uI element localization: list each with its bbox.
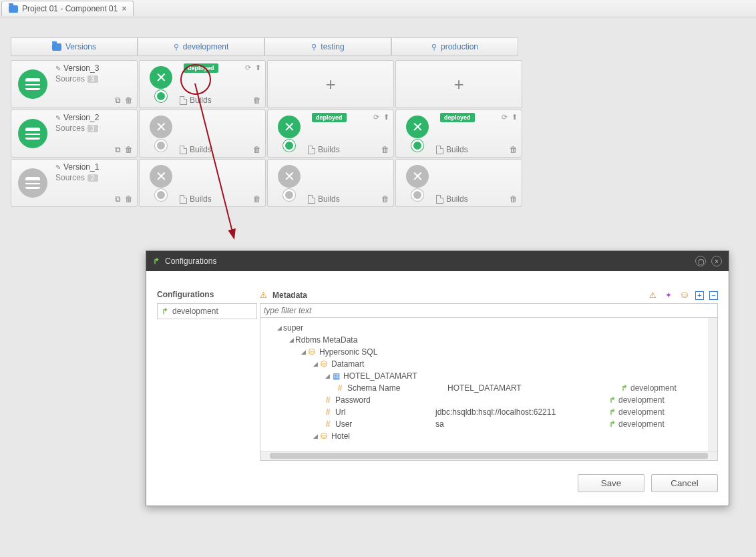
- share-icon: ⚲: [431, 43, 437, 51]
- trash-icon[interactable]: 🗑: [253, 145, 261, 154]
- dot-icon: [411, 140, 423, 152]
- restore-icon[interactable]: ▢: [695, 256, 706, 266]
- dialog-titlebar: ↱ Configurations ▢ ×: [146, 251, 729, 271]
- cancel-button[interactable]: Cancel: [651, 474, 718, 492]
- edit-icon[interactable]: ✎: [55, 65, 61, 72]
- count-badge: 3: [87, 75, 98, 83]
- refresh-icon[interactable]: ⟳: [373, 113, 379, 122]
- build-card-test-1[interactable]: ✕ Builds 🗑: [267, 159, 394, 207]
- folder-icon: [52, 43, 61, 51]
- dot-icon: [155, 189, 167, 201]
- database-icon[interactable]: ⛁: [679, 290, 690, 301]
- warning-icon: ⚠: [260, 291, 267, 300]
- config-item-development[interactable]: ↱ development: [157, 303, 257, 319]
- dialog-title: Configurations: [165, 256, 216, 266]
- warning-icon[interactable]: ⚠: [647, 290, 658, 301]
- build-card-prod-1[interactable]: ✕ Builds 🗑: [395, 159, 522, 207]
- refresh-icon[interactable]: ⟳: [245, 63, 251, 72]
- trash-icon[interactable]: 🗑: [510, 145, 518, 154]
- wrench-icon: ✕: [406, 165, 429, 188]
- share-icon: ⚲: [174, 43, 179, 51]
- upload-icon[interactable]: ⬆: [512, 113, 518, 122]
- tree-toggle[interactable]: ◢: [299, 349, 307, 355]
- project-tab[interactable]: Project 01 - Component 01 ×: [1, 1, 134, 16]
- build-card-prod-2[interactable]: ✕ deployed ⟳⬆ Builds 🗑: [395, 110, 522, 158]
- build-card-test-2[interactable]: ✕ deployed ⟳⬆ Builds 🗑: [267, 110, 394, 158]
- dot-icon: [283, 140, 295, 152]
- refresh-icon[interactable]: ⟳: [502, 113, 508, 122]
- tree-toggle[interactable]: ◢: [311, 361, 319, 367]
- count-badge: 3: [87, 125, 98, 132]
- wrench-icon: ✕: [150, 66, 172, 89]
- col-versions[interactable]: Versions: [11, 37, 138, 56]
- database-icon: [18, 69, 47, 99]
- wand-icon[interactable]: ✦: [663, 290, 674, 301]
- branch-icon: ↱: [162, 307, 168, 316]
- save-button[interactable]: Save: [578, 474, 644, 492]
- trash-icon[interactable]: 🗑: [125, 145, 133, 154]
- col-testing[interactable]: ⚲testing: [264, 37, 391, 56]
- build-card-dev-2[interactable]: ✕ Builds 🗑: [139, 110, 266, 158]
- configurations-dialog: ↱ Configurations ▢ × Configurations ↱ de…: [146, 250, 729, 506]
- dot-icon: [155, 90, 167, 102]
- add-build-production[interactable]: +: [395, 60, 522, 108]
- tree-toggle[interactable]: ◢: [287, 337, 295, 343]
- trash-icon[interactable]: 🗑: [125, 194, 133, 204]
- configurations-header: Configurations: [157, 290, 257, 299]
- build-card-dev-3[interactable]: ✕ deployed ⟳⬆ Builds 🗑: [139, 60, 266, 108]
- copy-icon[interactable]: ⧉: [115, 194, 121, 204]
- deployed-badge: deployed: [312, 113, 347, 122]
- vertical-scrollbar[interactable]: [708, 318, 717, 451]
- file-icon: [180, 195, 187, 204]
- build-card-dev-1[interactable]: ✕ Builds 🗑: [139, 159, 266, 207]
- dot-icon: [283, 189, 295, 201]
- dot-icon: [411, 189, 423, 201]
- datamart-icon: ⛁: [319, 359, 329, 369]
- tree-toggle[interactable]: ◢: [275, 325, 283, 331]
- edit-icon[interactable]: ✎: [55, 164, 61, 171]
- trash-icon[interactable]: 🗑: [510, 194, 518, 204]
- wrench-icon: ✕: [278, 165, 301, 188]
- version-card-2[interactable]: ✎Version_2 Sources3 ⧉🗑: [11, 110, 138, 158]
- trash-icon[interactable]: 🗑: [253, 194, 261, 204]
- version-card-1[interactable]: ✎Version_1 Sources2 ⧉🗑: [11, 159, 138, 207]
- tree-toggle[interactable]: ◢: [323, 373, 331, 379]
- col-development[interactable]: ⚲development: [138, 37, 264, 56]
- add-build-testing[interactable]: +: [267, 60, 394, 108]
- tree-toggle[interactable]: ◢: [311, 433, 319, 439]
- trash-icon[interactable]: 🗑: [381, 145, 389, 154]
- metadata-tree[interactable]: ◢super ◢Rdbms MetaData ◢⛁Hypersonic SQL …: [260, 318, 718, 461]
- hash-icon: #: [323, 419, 333, 429]
- card-grid: ✎Version_3 Sources3 ⧉🗑 ✕ deployed ⟳⬆ Bui…: [0, 56, 756, 212]
- expand-all-icon[interactable]: +: [695, 291, 704, 300]
- tab-close-icon[interactable]: ×: [122, 4, 126, 13]
- column-headers: Versions ⚲development ⚲testing ⚲producti…: [0, 37, 756, 56]
- tab-title: Project 01 - Component 01: [22, 4, 118, 13]
- trash-icon[interactable]: 🗑: [253, 96, 261, 105]
- file-icon: [436, 146, 443, 154]
- datamart-icon: ⛁: [319, 431, 329, 441]
- horizontal-scrollbar[interactable]: [260, 451, 717, 460]
- file-icon: [436, 195, 443, 204]
- branch-icon: ↱: [609, 407, 616, 417]
- trash-icon[interactable]: 🗑: [125, 96, 133, 105]
- upload-icon[interactable]: ⬆: [255, 63, 261, 72]
- collapse-all-icon[interactable]: −: [709, 291, 718, 300]
- metadata-header: Metadata: [272, 291, 307, 300]
- folder-icon: [9, 5, 18, 13]
- copy-icon[interactable]: ⧉: [115, 96, 121, 105]
- share-icon: ⚲: [311, 43, 317, 51]
- count-badge: 2: [87, 174, 98, 182]
- filter-input[interactable]: [260, 303, 718, 318]
- upload-icon[interactable]: ⬆: [383, 113, 389, 122]
- copy-icon[interactable]: ⧉: [115, 145, 121, 154]
- trash-icon[interactable]: 🗑: [381, 194, 389, 204]
- database-icon: [18, 119, 47, 148]
- col-production[interactable]: ⚲production: [391, 37, 518, 56]
- wrench-icon: ✕: [150, 165, 172, 188]
- close-icon[interactable]: ×: [711, 256, 722, 266]
- table-icon: ▦: [331, 371, 341, 381]
- edit-icon[interactable]: ✎: [55, 114, 61, 122]
- branch-icon: ↱: [153, 256, 160, 266]
- version-card-3[interactable]: ✎Version_3 Sources3 ⧉🗑: [11, 60, 138, 108]
